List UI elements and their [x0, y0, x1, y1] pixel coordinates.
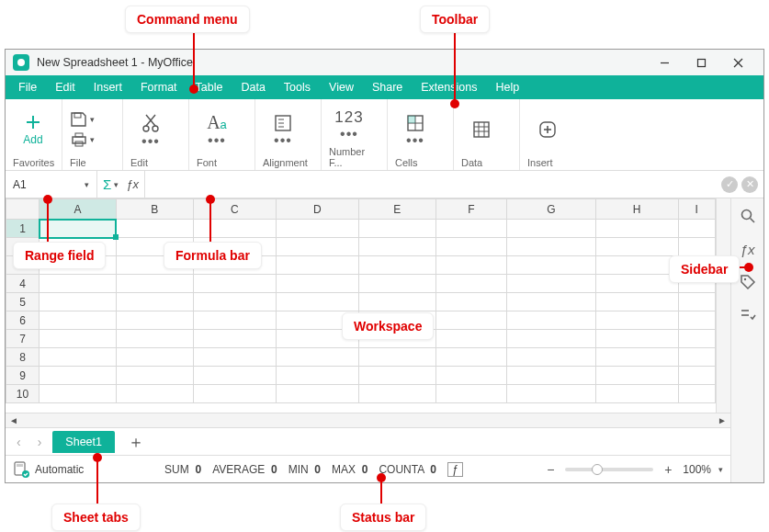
col-header-E[interactable]: E — [358, 199, 435, 220]
row-header-9[interactable]: 9 — [6, 367, 40, 385]
vertical-scrollbar[interactable] — [716, 198, 730, 413]
stat-sum-label: SUM — [164, 463, 189, 476]
col-header-H[interactable]: H — [595, 199, 678, 220]
group-label-file: File — [70, 155, 115, 168]
font-more[interactable]: ••• — [204, 135, 230, 146]
add-sheet-button[interactable]: ＋ — [120, 431, 152, 453]
add-favorite-button[interactable]: Add — [13, 113, 53, 146]
stat-max-value: 0 — [362, 463, 368, 476]
col-header-I[interactable]: I — [678, 199, 715, 220]
col-header-D[interactable]: D — [276, 199, 358, 220]
row-header-10[interactable]: 10 — [6, 385, 40, 403]
svg-rect-31 — [17, 464, 23, 467]
zoom-value[interactable]: 100% — [683, 463, 711, 476]
formula-input[interactable] — [145, 171, 716, 198]
horizontal-scrollbar[interactable]: ◄ ► — [6, 413, 730, 427]
edit-more[interactable]: ••• — [138, 136, 164, 147]
row-header-4[interactable]: 4 — [6, 275, 40, 293]
calc-mode-icon[interactable] — [13, 461, 29, 478]
row-header-1[interactable]: 1 — [6, 220, 40, 238]
svg-rect-21 — [408, 116, 415, 123]
row-header-8[interactable]: 8 — [6, 348, 40, 367]
col-header-G[interactable]: G — [507, 199, 595, 220]
select-all-corner[interactable] — [6, 199, 40, 220]
cut-icon[interactable] — [140, 112, 162, 134]
svg-line-34 — [750, 219, 754, 223]
svg-point-10 — [143, 126, 149, 131]
zoom-out-button[interactable]: − — [543, 462, 558, 477]
menu-insert[interactable]: Insert — [85, 75, 131, 99]
formula-cancel-icon[interactable]: ✕ — [741, 176, 758, 193]
calc-mode-label[interactable]: Automatic — [35, 463, 84, 476]
range-dropdown-icon[interactable]: ▾ — [85, 180, 89, 189]
stat-max-label: MAX — [332, 463, 356, 476]
cell-A1[interactable] — [40, 220, 117, 238]
minimize-button[interactable] — [646, 50, 683, 75]
callout-status-bar: Status bar — [340, 504, 426, 531]
data-icon[interactable] — [471, 119, 492, 140]
status-bar: Automatic SUM 0 AVERAGE 0 MIN 0 MAX 0 CO… — [6, 455, 730, 482]
grid[interactable]: A B C D E F G H I 1 2 3 4 5 6 — [6, 198, 716, 403]
menu-tools[interactable]: Tools — [275, 75, 320, 99]
close-button[interactable] — [719, 50, 756, 75]
stat-min-label: MIN — [288, 463, 309, 476]
menu-help[interactable]: Help — [486, 75, 528, 99]
print-icon[interactable]: ▾ — [70, 131, 95, 148]
stat-sum-value: 0 — [195, 463, 201, 476]
sheet-tab-active[interactable]: Sheet1 — [52, 431, 115, 453]
zoom-in-button[interactable]: + — [661, 462, 675, 477]
checklist-icon[interactable] — [738, 305, 758, 325]
maximize-button[interactable] — [683, 50, 719, 75]
command-menu: File Edit Insert Format Table Data Tools… — [6, 75, 763, 99]
font-icon[interactable]: Aa — [207, 112, 227, 133]
app-icon — [13, 54, 29, 71]
row-header-7[interactable]: 7 — [6, 330, 40, 348]
range-field[interactable]: A1 ▾ — [6, 171, 97, 198]
menu-share[interactable]: Share — [363, 75, 412, 99]
menu-view[interactable]: View — [320, 75, 363, 99]
col-header-F[interactable]: F — [435, 199, 507, 220]
tag-icon[interactable] — [738, 272, 758, 292]
formula-accept-icon[interactable]: ✓ — [721, 176, 738, 193]
menu-file[interactable]: File — [9, 75, 46, 99]
menu-edit[interactable]: Edit — [46, 75, 85, 99]
tab-next-button[interactable]: › — [32, 435, 48, 449]
callout-formula-bar: Formula bar — [164, 242, 262, 269]
row-header-6[interactable]: 6 — [6, 311, 40, 330]
alignment-more[interactable]: ••• — [270, 135, 296, 146]
menu-extensions[interactable]: Extensions — [412, 75, 486, 99]
sheet-tabs: ‹ › Sheet1 ＋ — [6, 427, 730, 455]
insert-icon[interactable] — [537, 119, 559, 141]
group-label-alignment: Alignment — [263, 155, 313, 168]
stat-avg-value: 0 — [271, 463, 277, 476]
svg-point-32 — [22, 470, 29, 478]
zoom-dropdown-icon[interactable]: ▾ — [718, 465, 723, 474]
menu-data[interactable]: Data — [232, 75, 274, 99]
col-header-B[interactable]: B — [116, 199, 193, 220]
scroll-right-icon[interactable]: ► — [718, 415, 727, 425]
save-icon[interactable]: ▾ — [70, 111, 95, 128]
tab-prev-button[interactable]: ‹ — [11, 435, 27, 449]
fx-button[interactable]: ƒx — [126, 177, 139, 191]
group-label-font: Font — [197, 155, 247, 168]
menu-format[interactable]: Format — [131, 75, 187, 99]
number-format-icon[interactable]: 123 — [334, 108, 363, 127]
group-label-number: Number F... — [329, 144, 379, 168]
search-icon[interactable] — [738, 206, 758, 226]
svg-rect-1 — [697, 59, 705, 66]
scroll-left-icon[interactable]: ◄ — [9, 415, 18, 425]
stats-config-button[interactable]: ƒ — [447, 462, 463, 477]
cells-icon[interactable] — [405, 113, 425, 133]
row-header-5[interactable]: 5 — [6, 293, 40, 311]
svg-point-33 — [741, 210, 751, 220]
svg-rect-6 — [74, 113, 81, 118]
autosum-button[interactable]: Σ ▾ — [103, 176, 119, 192]
zoom-slider[interactable] — [565, 468, 653, 471]
window-title: New Spreadsheet 1 - MyOffice — [37, 56, 193, 69]
alignment-icon[interactable] — [273, 113, 293, 133]
number-more[interactable]: ••• — [336, 129, 362, 140]
workspace[interactable]: A B C D E F G H I 1 2 3 4 5 6 — [6, 198, 730, 413]
col-header-C[interactable]: C — [193, 199, 276, 220]
function-icon[interactable]: ƒx — [738, 239, 758, 259]
cells-more[interactable]: ••• — [402, 135, 428, 146]
